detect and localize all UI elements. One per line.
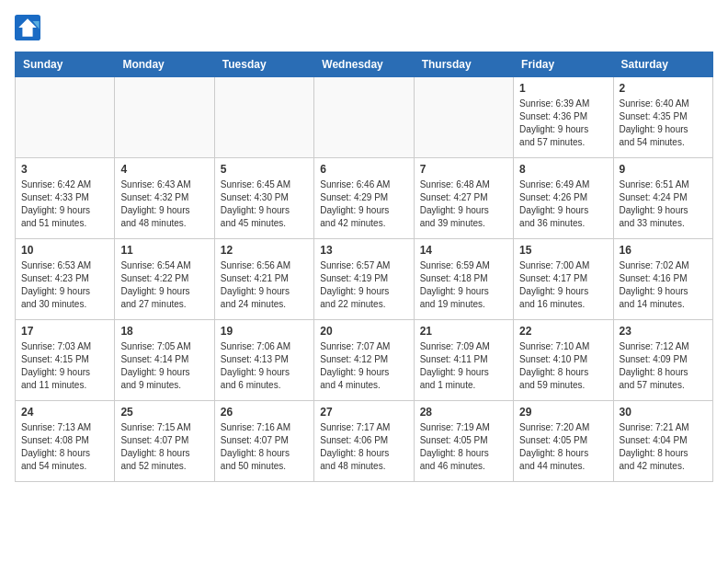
day-info: Sunrise: 6:59 AM Sunset: 4:18 PM Dayligh… xyxy=(420,259,507,311)
weekday-header-sunday: Sunday xyxy=(16,52,115,77)
day-cell-8: 8Sunrise: 6:49 AM Sunset: 4:26 PM Daylig… xyxy=(514,158,613,239)
day-number: 14 xyxy=(420,244,507,257)
day-info: Sunrise: 6:39 AM Sunset: 4:36 PM Dayligh… xyxy=(519,98,607,149)
day-info: Sunrise: 7:17 AM Sunset: 4:06 PM Dayligh… xyxy=(320,421,407,473)
day-cell-14: 14Sunrise: 6:59 AM Sunset: 4:18 PM Dayli… xyxy=(414,239,513,320)
day-info: Sunrise: 7:13 AM Sunset: 4:08 PM Dayligh… xyxy=(21,421,108,473)
empty-cell xyxy=(414,77,513,158)
day-cell-19: 19Sunrise: 7:06 AM Sunset: 4:13 PM Dayli… xyxy=(214,320,313,401)
day-number: 5 xyxy=(221,163,308,176)
day-number: 17 xyxy=(21,325,108,338)
day-number: 12 xyxy=(221,244,308,257)
day-cell-16: 16Sunrise: 7:02 AM Sunset: 4:16 PM Dayli… xyxy=(613,239,712,320)
day-cell-30: 30Sunrise: 7:21 AM Sunset: 4:04 PM Dayli… xyxy=(613,401,712,482)
day-info: Sunrise: 7:07 AM Sunset: 4:12 PM Dayligh… xyxy=(320,340,407,392)
day-info: Sunrise: 6:57 AM Sunset: 4:19 PM Dayligh… xyxy=(320,259,407,311)
day-info: Sunrise: 7:02 AM Sunset: 4:16 PM Dayligh… xyxy=(620,259,707,311)
day-number: 26 xyxy=(221,406,308,419)
day-number: 6 xyxy=(320,163,407,176)
day-cell-27: 27Sunrise: 7:17 AM Sunset: 4:06 PM Dayli… xyxy=(314,401,414,482)
day-number: 27 xyxy=(320,406,407,419)
day-info: Sunrise: 7:10 AM Sunset: 4:10 PM Dayligh… xyxy=(519,340,607,392)
empty-cell xyxy=(214,77,313,158)
day-cell-28: 28Sunrise: 7:19 AM Sunset: 4:05 PM Dayli… xyxy=(414,401,513,482)
day-number: 8 xyxy=(519,163,607,176)
day-number: 28 xyxy=(420,406,507,419)
day-info: Sunrise: 7:09 AM Sunset: 4:11 PM Dayligh… xyxy=(420,340,507,392)
day-number: 29 xyxy=(519,406,607,419)
week-row-5: 24Sunrise: 7:13 AM Sunset: 4:08 PM Dayli… xyxy=(16,401,713,482)
week-row-4: 17Sunrise: 7:03 AM Sunset: 4:15 PM Dayli… xyxy=(16,320,713,401)
day-cell-12: 12Sunrise: 6:56 AM Sunset: 4:21 PM Dayli… xyxy=(214,239,313,320)
day-info: Sunrise: 6:56 AM Sunset: 4:21 PM Dayligh… xyxy=(221,259,308,311)
day-info: Sunrise: 7:05 AM Sunset: 4:14 PM Dayligh… xyxy=(120,340,208,392)
page-header xyxy=(15,15,713,40)
day-info: Sunrise: 6:54 AM Sunset: 4:22 PM Dayligh… xyxy=(120,259,208,311)
empty-cell xyxy=(16,77,115,158)
day-info: Sunrise: 7:12 AM Sunset: 4:09 PM Dayligh… xyxy=(620,340,707,392)
day-number: 21 xyxy=(420,325,507,338)
day-cell-3: 3Sunrise: 6:42 AM Sunset: 4:33 PM Daylig… xyxy=(16,158,115,239)
day-number: 24 xyxy=(21,406,108,419)
day-info: Sunrise: 6:49 AM Sunset: 4:26 PM Dayligh… xyxy=(519,178,607,230)
day-number: 9 xyxy=(620,163,707,176)
day-info: Sunrise: 6:40 AM Sunset: 4:35 PM Dayligh… xyxy=(620,98,707,149)
day-cell-22: 22Sunrise: 7:10 AM Sunset: 4:10 PM Dayli… xyxy=(514,320,613,401)
day-info: Sunrise: 7:06 AM Sunset: 4:13 PM Dayligh… xyxy=(221,340,308,392)
day-cell-7: 7Sunrise: 6:48 AM Sunset: 4:27 PM Daylig… xyxy=(414,158,513,239)
day-info: Sunrise: 7:03 AM Sunset: 4:15 PM Dayligh… xyxy=(21,340,108,392)
day-number: 2 xyxy=(620,82,707,95)
day-info: Sunrise: 7:00 AM Sunset: 4:17 PM Dayligh… xyxy=(519,259,607,311)
day-info: Sunrise: 6:46 AM Sunset: 4:29 PM Dayligh… xyxy=(320,178,407,230)
day-cell-6: 6Sunrise: 6:46 AM Sunset: 4:29 PM Daylig… xyxy=(314,158,414,239)
day-info: Sunrise: 7:19 AM Sunset: 4:05 PM Dayligh… xyxy=(420,421,507,473)
weekday-header-tuesday: Tuesday xyxy=(214,52,313,77)
empty-cell xyxy=(115,77,214,158)
day-cell-25: 25Sunrise: 7:15 AM Sunset: 4:07 PM Dayli… xyxy=(115,401,214,482)
day-cell-13: 13Sunrise: 6:57 AM Sunset: 4:19 PM Dayli… xyxy=(314,239,414,320)
calendar-table: SundayMondayTuesdayWednesdayThursdayFrid… xyxy=(15,52,713,482)
weekday-header-monday: Monday xyxy=(115,52,214,77)
day-cell-21: 21Sunrise: 7:09 AM Sunset: 4:11 PM Dayli… xyxy=(414,320,513,401)
day-number: 15 xyxy=(519,244,607,257)
day-number: 4 xyxy=(120,163,208,176)
day-info: Sunrise: 6:51 AM Sunset: 4:24 PM Dayligh… xyxy=(620,178,707,230)
day-info: Sunrise: 6:42 AM Sunset: 4:33 PM Dayligh… xyxy=(21,178,108,230)
day-cell-17: 17Sunrise: 7:03 AM Sunset: 4:15 PM Dayli… xyxy=(16,320,115,401)
day-number: 19 xyxy=(221,325,308,338)
weekday-header-wednesday: Wednesday xyxy=(314,52,414,77)
day-cell-20: 20Sunrise: 7:07 AM Sunset: 4:12 PM Dayli… xyxy=(314,320,414,401)
day-info: Sunrise: 7:20 AM Sunset: 4:05 PM Dayligh… xyxy=(519,421,607,473)
day-info: Sunrise: 7:21 AM Sunset: 4:04 PM Dayligh… xyxy=(620,421,707,473)
day-cell-11: 11Sunrise: 6:54 AM Sunset: 4:22 PM Dayli… xyxy=(115,239,214,320)
day-cell-18: 18Sunrise: 7:05 AM Sunset: 4:14 PM Dayli… xyxy=(115,320,214,401)
day-cell-23: 23Sunrise: 7:12 AM Sunset: 4:09 PM Dayli… xyxy=(613,320,712,401)
day-number: 23 xyxy=(620,325,707,338)
day-number: 18 xyxy=(120,325,208,338)
empty-cell xyxy=(314,77,414,158)
day-info: Sunrise: 6:53 AM Sunset: 4:23 PM Dayligh… xyxy=(21,259,108,311)
day-number: 22 xyxy=(519,325,607,338)
day-number: 7 xyxy=(420,163,507,176)
day-info: Sunrise: 7:15 AM Sunset: 4:07 PM Dayligh… xyxy=(120,421,208,473)
day-cell-10: 10Sunrise: 6:53 AM Sunset: 4:23 PM Dayli… xyxy=(16,239,115,320)
day-info: Sunrise: 7:16 AM Sunset: 4:07 PM Dayligh… xyxy=(221,421,308,473)
week-row-1: 1Sunrise: 6:39 AM Sunset: 4:36 PM Daylig… xyxy=(16,77,713,158)
day-cell-15: 15Sunrise: 7:00 AM Sunset: 4:17 PM Dayli… xyxy=(514,239,613,320)
day-number: 3 xyxy=(21,163,108,176)
week-row-2: 3Sunrise: 6:42 AM Sunset: 4:33 PM Daylig… xyxy=(16,158,713,239)
day-cell-4: 4Sunrise: 6:43 AM Sunset: 4:32 PM Daylig… xyxy=(115,158,214,239)
day-cell-26: 26Sunrise: 7:16 AM Sunset: 4:07 PM Dayli… xyxy=(214,401,313,482)
weekday-header-row: SundayMondayTuesdayWednesdayThursdayFrid… xyxy=(16,52,713,77)
day-number: 30 xyxy=(620,406,707,419)
day-cell-24: 24Sunrise: 7:13 AM Sunset: 4:08 PM Dayli… xyxy=(16,401,115,482)
day-info: Sunrise: 6:45 AM Sunset: 4:30 PM Dayligh… xyxy=(221,178,308,230)
day-number: 11 xyxy=(120,244,208,257)
day-number: 16 xyxy=(620,244,707,257)
logo-icon xyxy=(15,15,40,40)
day-info: Sunrise: 6:43 AM Sunset: 4:32 PM Dayligh… xyxy=(120,178,208,230)
day-cell-1: 1Sunrise: 6:39 AM Sunset: 4:36 PM Daylig… xyxy=(514,77,613,158)
day-number: 1 xyxy=(519,82,607,95)
weekday-header-saturday: Saturday xyxy=(613,52,712,77)
day-number: 25 xyxy=(120,406,208,419)
